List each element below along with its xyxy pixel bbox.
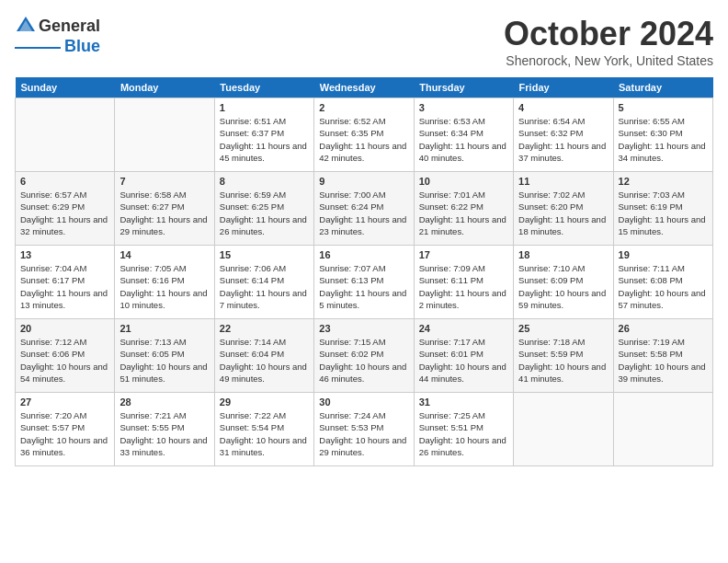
calendar-cell: 25Sunrise: 7:18 AMSunset: 5:59 PMDayligh…: [514, 319, 613, 393]
day-number: 26: [619, 323, 708, 334]
day-number: 13: [20, 249, 109, 260]
day-info: Sunrise: 6:57 AMSunset: 6:29 PMDaylight:…: [20, 189, 109, 237]
calendar-cell: 5Sunrise: 6:55 AMSunset: 6:30 PMDaylight…: [613, 98, 712, 172]
day-info: Sunrise: 6:58 AMSunset: 6:27 PMDaylight:…: [119, 189, 209, 237]
calendar-body: 1Sunrise: 6:51 AMSunset: 6:37 PMDaylight…: [16, 98, 713, 466]
logo: General Blue: [15, 15, 100, 56]
day-number: 15: [220, 249, 309, 260]
day-info: Sunrise: 7:13 AMSunset: 6:05 PMDaylight:…: [119, 336, 209, 385]
calendar-cell: 2Sunrise: 6:52 AMSunset: 6:35 PMDaylight…: [314, 98, 414, 172]
day-number: 1: [220, 102, 309, 113]
day-of-week-header: Sunday: [16, 77, 115, 98]
day-number: 9: [319, 176, 408, 187]
day-info: Sunrise: 6:51 AMSunset: 6:37 PMDaylight:…: [220, 115, 309, 164]
calendar-header-row: SundayMondayTuesdayWednesdayThursdayFrid…: [16, 77, 713, 98]
day-number: 28: [119, 396, 209, 408]
day-number: 8: [220, 176, 309, 187]
logo-general: General: [39, 17, 100, 36]
day-number: 29: [220, 396, 309, 408]
title-block: October 2024 Shenorock, New York, United…: [504, 15, 713, 68]
calendar-cell: 26Sunrise: 7:19 AMSunset: 5:58 PMDayligh…: [613, 319, 712, 393]
calendar-cell: 12Sunrise: 7:03 AMSunset: 6:19 PMDayligh…: [613, 172, 712, 246]
calendar-cell: 23Sunrise: 7:15 AMSunset: 6:02 PMDayligh…: [314, 319, 414, 393]
calendar-table: SundayMondayTuesdayWednesdayThursdayFrid…: [15, 77, 713, 466]
day-of-week-header: Tuesday: [214, 77, 313, 98]
location: Shenorock, New York, United States: [504, 53, 713, 68]
calendar-cell: 22Sunrise: 7:14 AMSunset: 6:04 PMDayligh…: [214, 319, 313, 393]
day-number: 5: [619, 102, 708, 113]
calendar-week-row: 1Sunrise: 6:51 AMSunset: 6:37 PMDaylight…: [16, 98, 713, 172]
day-info: Sunrise: 7:10 AMSunset: 6:09 PMDaylight:…: [518, 262, 608, 311]
calendar-cell: 9Sunrise: 7:00 AMSunset: 6:24 PMDaylight…: [314, 172, 414, 246]
day-info: Sunrise: 7:00 AMSunset: 6:24 PMDaylight:…: [319, 189, 408, 237]
calendar-cell: 17Sunrise: 7:09 AMSunset: 6:11 PMDayligh…: [414, 246, 513, 319]
logo-blue: Blue: [64, 37, 100, 56]
day-number: 20: [20, 323, 109, 334]
day-number: 23: [319, 323, 408, 334]
calendar-cell: 11Sunrise: 7:02 AMSunset: 6:20 PMDayligh…: [514, 172, 613, 246]
calendar-week-row: 13Sunrise: 7:04 AMSunset: 6:17 PMDayligh…: [16, 246, 713, 319]
day-info: Sunrise: 7:21 AMSunset: 5:55 PMDaylight:…: [119, 409, 209, 458]
day-of-week-header: Saturday: [613, 77, 712, 98]
day-info: Sunrise: 6:59 AMSunset: 6:25 PMDaylight:…: [220, 189, 309, 237]
day-of-week-header: Wednesday: [314, 77, 414, 98]
calendar-cell: 31Sunrise: 7:25 AMSunset: 5:51 PMDayligh…: [414, 393, 513, 466]
day-number: 10: [419, 176, 508, 187]
calendar-cell: [514, 393, 613, 466]
day-info: Sunrise: 6:53 AMSunset: 6:34 PMDaylight:…: [419, 115, 508, 164]
day-info: Sunrise: 7:04 AMSunset: 6:17 PMDaylight:…: [20, 262, 109, 311]
day-of-week-header: Monday: [115, 77, 214, 98]
calendar-cell: 15Sunrise: 7:06 AMSunset: 6:14 PMDayligh…: [214, 246, 313, 319]
calendar-week-row: 20Sunrise: 7:12 AMSunset: 6:06 PMDayligh…: [16, 319, 713, 393]
calendar-cell: 14Sunrise: 7:05 AMSunset: 6:16 PMDayligh…: [115, 246, 214, 319]
day-number: 30: [319, 396, 408, 408]
day-info: Sunrise: 7:02 AMSunset: 6:20 PMDaylight:…: [518, 189, 608, 237]
day-number: 4: [518, 102, 608, 113]
day-number: 17: [419, 249, 508, 260]
day-info: Sunrise: 7:18 AMSunset: 5:59 PMDaylight:…: [518, 336, 608, 385]
calendar-cell: 6Sunrise: 6:57 AMSunset: 6:29 PMDaylight…: [16, 172, 115, 246]
calendar-cell: 27Sunrise: 7:20 AMSunset: 5:57 PMDayligh…: [16, 393, 115, 466]
day-info: Sunrise: 7:14 AMSunset: 6:04 PMDaylight:…: [220, 336, 309, 385]
calendar-cell: 7Sunrise: 6:58 AMSunset: 6:27 PMDaylight…: [115, 172, 214, 246]
calendar-cell: 24Sunrise: 7:17 AMSunset: 6:01 PMDayligh…: [414, 319, 513, 393]
logo-icon: [15, 15, 37, 37]
calendar-week-row: 27Sunrise: 7:20 AMSunset: 5:57 PMDayligh…: [16, 393, 713, 466]
calendar-cell: 10Sunrise: 7:01 AMSunset: 6:22 PMDayligh…: [414, 172, 513, 246]
calendar-cell: 13Sunrise: 7:04 AMSunset: 6:17 PMDayligh…: [16, 246, 115, 319]
day-number: 27: [20, 396, 109, 408]
calendar-cell: 29Sunrise: 7:22 AMSunset: 5:54 PMDayligh…: [214, 393, 313, 466]
day-number: 22: [220, 323, 309, 334]
day-info: Sunrise: 7:19 AMSunset: 5:58 PMDaylight:…: [619, 336, 708, 385]
day-info: Sunrise: 7:09 AMSunset: 6:11 PMDaylight:…: [419, 262, 508, 311]
day-number: 25: [518, 323, 608, 334]
day-number: 18: [518, 249, 608, 260]
day-of-week-header: Friday: [514, 77, 613, 98]
day-number: 7: [119, 176, 209, 187]
calendar-cell: 20Sunrise: 7:12 AMSunset: 6:06 PMDayligh…: [16, 319, 115, 393]
calendar-cell: 28Sunrise: 7:21 AMSunset: 5:55 PMDayligh…: [115, 393, 214, 466]
calendar-cell: [613, 393, 712, 466]
day-info: Sunrise: 6:54 AMSunset: 6:32 PMDaylight:…: [518, 115, 608, 164]
calendar-cell: 18Sunrise: 7:10 AMSunset: 6:09 PMDayligh…: [514, 246, 613, 319]
day-number: 11: [518, 176, 608, 187]
day-info: Sunrise: 7:15 AMSunset: 6:02 PMDaylight:…: [319, 336, 408, 385]
calendar-cell: 8Sunrise: 6:59 AMSunset: 6:25 PMDaylight…: [214, 172, 313, 246]
day-info: Sunrise: 7:06 AMSunset: 6:14 PMDaylight:…: [220, 262, 309, 311]
day-info: Sunrise: 6:55 AMSunset: 6:30 PMDaylight:…: [619, 115, 708, 164]
calendar-cell: 3Sunrise: 6:53 AMSunset: 6:34 PMDaylight…: [414, 98, 513, 172]
calendar-cell: 30Sunrise: 7:24 AMSunset: 5:53 PMDayligh…: [314, 393, 414, 466]
day-info: Sunrise: 7:22 AMSunset: 5:54 PMDaylight:…: [220, 409, 309, 458]
month-title: October 2024: [504, 15, 713, 53]
day-info: Sunrise: 7:20 AMSunset: 5:57 PMDaylight:…: [20, 409, 109, 458]
day-number: 31: [419, 396, 508, 408]
day-number: 24: [419, 323, 508, 334]
calendar-cell: 4Sunrise: 6:54 AMSunset: 6:32 PMDaylight…: [514, 98, 613, 172]
day-info: Sunrise: 7:25 AMSunset: 5:51 PMDaylight:…: [419, 409, 508, 458]
day-info: Sunrise: 7:12 AMSunset: 6:06 PMDaylight:…: [20, 336, 109, 385]
day-number: 21: [119, 323, 209, 334]
calendar-week-row: 6Sunrise: 6:57 AMSunset: 6:29 PMDaylight…: [16, 172, 713, 246]
calendar-cell: 21Sunrise: 7:13 AMSunset: 6:05 PMDayligh…: [115, 319, 214, 393]
calendar-cell: [115, 98, 214, 172]
day-info: Sunrise: 7:05 AMSunset: 6:16 PMDaylight:…: [119, 262, 209, 311]
